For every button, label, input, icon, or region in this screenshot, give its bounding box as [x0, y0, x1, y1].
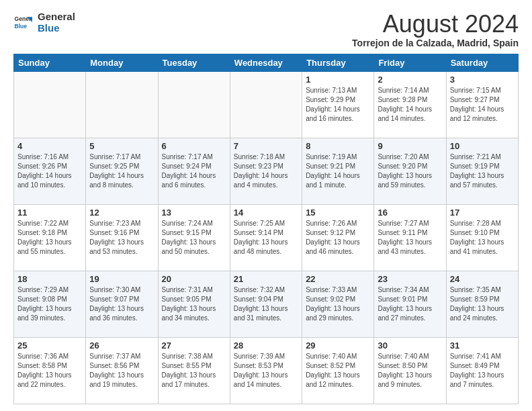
day-number: 9	[378, 141, 442, 151]
page: General Blue General Blue August 2024 To…	[0, 0, 532, 411]
day-info: Sunrise: 7:41 AMSunset: 8:49 PMDaylight:…	[450, 352, 515, 390]
day-number: 13	[162, 208, 226, 218]
day-info: Sunrise: 7:35 AMSunset: 8:59 PMDaylight:…	[450, 285, 515, 323]
table-row: 17Sunrise: 7:28 AMSunset: 9:10 PMDayligh…	[446, 204, 518, 271]
header-monday: Monday	[86, 54, 158, 71]
header-wednesday: Wednesday	[230, 54, 302, 71]
table-row: 29Sunrise: 7:40 AMSunset: 8:52 PMDayligh…	[302, 337, 374, 404]
day-number: 2	[378, 75, 442, 85]
table-row: 2Sunrise: 7:14 AMSunset: 9:28 PMDaylight…	[374, 71, 446, 138]
header-sunday: Sunday	[14, 54, 86, 71]
day-info: Sunrise: 7:28 AMSunset: 9:10 PMDaylight:…	[450, 219, 515, 257]
day-number: 28	[234, 340, 298, 351]
day-number: 26	[89, 340, 154, 351]
day-info: Sunrise: 7:22 AMSunset: 9:18 PMDaylight:…	[17, 219, 82, 257]
day-info: Sunrise: 7:26 AMSunset: 9:12 PMDaylight:…	[306, 219, 370, 257]
day-info: Sunrise: 7:23 AMSunset: 9:16 PMDaylight:…	[89, 219, 154, 257]
table-row: 9Sunrise: 7:20 AMSunset: 9:20 PMDaylight…	[374, 138, 446, 204]
table-row: 27Sunrise: 7:38 AMSunset: 8:55 PMDayligh…	[158, 337, 230, 404]
table-row: 6Sunrise: 7:17 AMSunset: 9:24 PMDaylight…	[158, 138, 230, 204]
table-row	[158, 71, 230, 138]
day-number: 22	[306, 274, 370, 284]
day-info: Sunrise: 7:33 AMSunset: 9:02 PMDaylight:…	[306, 285, 370, 323]
day-number: 6	[162, 141, 226, 151]
day-number: 17	[450, 208, 515, 218]
day-info: Sunrise: 7:17 AMSunset: 9:24 PMDaylight:…	[162, 152, 226, 190]
day-number: 11	[17, 208, 82, 218]
table-row: 20Sunrise: 7:31 AMSunset: 9:05 PMDayligh…	[158, 271, 230, 337]
day-info: Sunrise: 7:29 AMSunset: 9:08 PMDaylight:…	[17, 285, 82, 323]
svg-text:Blue: Blue	[15, 23, 28, 30]
day-number: 31	[450, 340, 515, 351]
title-block: August 2024 Torrejon de la Calzada, Madr…	[352, 11, 519, 48]
day-number: 23	[378, 274, 442, 284]
day-number: 25	[17, 340, 82, 351]
day-info: Sunrise: 7:19 AMSunset: 9:21 PMDaylight:…	[306, 152, 370, 190]
main-title: August 2024	[352, 11, 519, 38]
day-number: 30	[378, 340, 442, 351]
day-number: 1	[306, 75, 370, 85]
day-number: 19	[89, 274, 154, 284]
header-thursday: Thursday	[302, 54, 374, 71]
table-row: 13Sunrise: 7:24 AMSunset: 9:15 PMDayligh…	[158, 204, 230, 271]
table-row: 24Sunrise: 7:35 AMSunset: 8:59 PMDayligh…	[446, 271, 518, 337]
table-row: 14Sunrise: 7:25 AMSunset: 9:14 PMDayligh…	[230, 204, 302, 271]
table-row: 10Sunrise: 7:21 AMSunset: 9:19 PMDayligh…	[446, 138, 518, 204]
day-info: Sunrise: 7:38 AMSunset: 8:55 PMDaylight:…	[162, 352, 226, 390]
day-info: Sunrise: 7:27 AMSunset: 9:11 PMDaylight:…	[378, 219, 442, 257]
day-number: 21	[234, 274, 298, 284]
table-row: 5Sunrise: 7:17 AMSunset: 9:25 PMDaylight…	[86, 138, 158, 204]
table-row: 16Sunrise: 7:27 AMSunset: 9:11 PMDayligh…	[374, 204, 446, 271]
day-info: Sunrise: 7:40 AMSunset: 8:50 PMDaylight:…	[378, 352, 442, 390]
day-info: Sunrise: 7:25 AMSunset: 9:14 PMDaylight:…	[234, 219, 298, 257]
calendar-header-row: Sunday Monday Tuesday Wednesday Thursday…	[14, 54, 519, 71]
table-row	[14, 71, 86, 138]
day-info: Sunrise: 7:20 AMSunset: 9:20 PMDaylight:…	[378, 152, 442, 190]
subtitle: Torrejon de la Calzada, Madrid, Spain	[352, 38, 519, 48]
header-saturday: Saturday	[446, 54, 518, 71]
header-tuesday: Tuesday	[158, 54, 230, 71]
day-number: 18	[17, 274, 82, 284]
day-info: Sunrise: 7:40 AMSunset: 8:52 PMDaylight:…	[306, 352, 370, 390]
day-info: Sunrise: 7:24 AMSunset: 9:15 PMDaylight:…	[162, 219, 226, 257]
table-row: 22Sunrise: 7:33 AMSunset: 9:02 PMDayligh…	[302, 271, 374, 337]
day-info: Sunrise: 7:16 AMSunset: 9:26 PMDaylight:…	[17, 152, 82, 190]
day-info: Sunrise: 7:39 AMSunset: 8:53 PMDaylight:…	[234, 352, 298, 390]
day-number: 20	[162, 274, 226, 284]
calendar-table: Sunday Monday Tuesday Wednesday Thursday…	[13, 54, 519, 404]
table-row: 30Sunrise: 7:40 AMSunset: 8:50 PMDayligh…	[374, 337, 446, 404]
table-row: 4Sunrise: 7:16 AMSunset: 9:26 PMDaylight…	[14, 138, 86, 204]
table-row: 7Sunrise: 7:18 AMSunset: 9:23 PMDaylight…	[230, 138, 302, 204]
day-info: Sunrise: 7:32 AMSunset: 9:04 PMDaylight:…	[234, 285, 298, 323]
day-info: Sunrise: 7:21 AMSunset: 9:19 PMDaylight:…	[450, 152, 515, 190]
day-number: 27	[162, 340, 226, 351]
table-row: 19Sunrise: 7:30 AMSunset: 9:07 PMDayligh…	[86, 271, 158, 337]
day-number: 29	[306, 340, 370, 351]
day-number: 10	[450, 141, 515, 151]
day-info: Sunrise: 7:14 AMSunset: 9:28 PMDaylight:…	[378, 86, 442, 124]
table-row: 8Sunrise: 7:19 AMSunset: 9:21 PMDaylight…	[302, 138, 374, 204]
day-info: Sunrise: 7:13 AMSunset: 9:29 PMDaylight:…	[306, 86, 370, 124]
day-number: 5	[89, 141, 154, 151]
day-info: Sunrise: 7:18 AMSunset: 9:23 PMDaylight:…	[234, 152, 298, 190]
logo: General Blue General Blue	[13, 11, 75, 34]
logo-line1: General	[38, 11, 75, 22]
table-row: 1Sunrise: 7:13 AMSunset: 9:29 PMDaylight…	[302, 71, 374, 138]
day-info: Sunrise: 7:34 AMSunset: 9:01 PMDaylight:…	[378, 285, 442, 323]
day-info: Sunrise: 7:31 AMSunset: 9:05 PMDaylight:…	[162, 285, 226, 323]
header: General Blue General Blue August 2024 To…	[13, 11, 519, 48]
table-row: 11Sunrise: 7:22 AMSunset: 9:18 PMDayligh…	[14, 204, 86, 271]
table-row	[230, 71, 302, 138]
logo-line2: Blue	[38, 22, 75, 34]
table-row: 15Sunrise: 7:26 AMSunset: 9:12 PMDayligh…	[302, 204, 374, 271]
day-number: 15	[306, 208, 370, 218]
header-friday: Friday	[374, 54, 446, 71]
day-number: 12	[89, 208, 154, 218]
day-number: 16	[378, 208, 442, 218]
table-row: 26Sunrise: 7:37 AMSunset: 8:56 PMDayligh…	[86, 337, 158, 404]
day-number: 4	[17, 141, 82, 151]
table-row: 25Sunrise: 7:36 AMSunset: 8:58 PMDayligh…	[14, 337, 86, 404]
table-row: 12Sunrise: 7:23 AMSunset: 9:16 PMDayligh…	[86, 204, 158, 271]
table-row	[86, 71, 158, 138]
day-info: Sunrise: 7:17 AMSunset: 9:25 PMDaylight:…	[89, 152, 154, 190]
